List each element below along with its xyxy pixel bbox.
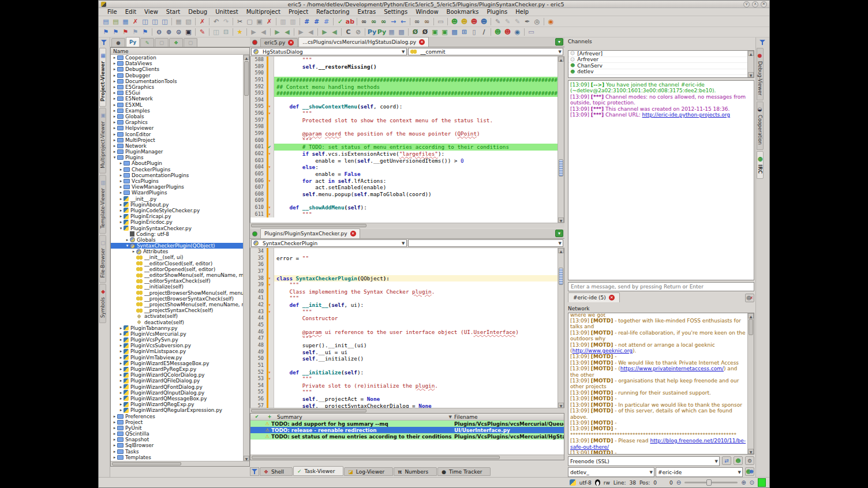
right-dock-tab[interactable]: ● Debug-Viewer (757, 48, 764, 100)
fold-margin[interactable]: ▾ (265, 164, 274, 171)
expand-arrow-icon[interactable]: ▸ (112, 126, 117, 130)
project-resources-tab[interactable]: ❖ (169, 38, 183, 47)
tab-close-icon[interactable]: ✕ (350, 231, 356, 237)
menu-item[interactable]: Unittest (211, 9, 242, 15)
method-combo[interactable]: __commit ▼ (408, 48, 564, 55)
tree-item[interactable]: ▸ Snapshot (111, 437, 243, 442)
code-line[interactable]: 57 self.__projectSyntaxCheckerDialog = N… (250, 403, 558, 408)
menu-item[interactable]: Multiproject (242, 9, 285, 15)
code-line[interactable]: 44 Constructor (250, 315, 558, 322)
snapshot-area-icon[interactable]: ✎ (503, 17, 512, 26)
spelling-icon[interactable]: ✓ (335, 17, 345, 26)
line-number[interactable]: 37 (250, 268, 265, 275)
tree-item[interactable]: ▸ Globals (111, 114, 243, 119)
tree-vscrollbar[interactable]: ▲ ▼ (243, 55, 249, 461)
expand-arrow-icon[interactable]: ▸ (112, 144, 117, 148)
coverage-icon[interactable]: ▩ (396, 28, 406, 37)
expand-arrow-icon[interactable]: ▸ (112, 91, 117, 95)
expand-arrow-icon[interactable]: ▸ (112, 108, 117, 113)
tree-item[interactable]: __projectBrowserSyntaxCheck(self) (111, 296, 243, 302)
new-task-icon[interactable]: ★ (235, 28, 245, 37)
line-number[interactable]: 36 (250, 261, 265, 268)
line-number[interactable]: 52 (250, 369, 265, 376)
line-number[interactable]: 34 (250, 248, 265, 255)
tree-item[interactable]: ▸ PluginWizardQFontDialog.py (111, 384, 243, 390)
package-diagram-icon[interactable]: ⊞ (459, 28, 469, 37)
expand-arrow-icon[interactable]: ▸ (118, 202, 124, 207)
line-number[interactable]: 610 (250, 204, 265, 211)
fold-margin[interactable] (265, 315, 274, 322)
line-number[interactable]: 594 (250, 97, 265, 104)
tree-item[interactable]: ▸ PluginCodeStyleChecker.py (111, 208, 243, 213)
line-number[interactable]: 596 (250, 110, 265, 117)
connect-button[interactable]: ⇄ (722, 456, 731, 465)
bookmark-toggle-icon[interactable]: ⚑ (101, 28, 111, 37)
zoom-slider[interactable] (684, 482, 738, 483)
expand-arrow-icon[interactable]: ▸ (118, 161, 124, 166)
fold-margin[interactable] (265, 84, 274, 91)
zoom-slider-thumb[interactable] (706, 479, 712, 486)
fold-margin[interactable] (265, 248, 274, 255)
fold-margin[interactable] (265, 123, 274, 130)
task-next-icon[interactable]: ◀ (259, 28, 268, 37)
checkbox-icon[interactable]: ▣ (430, 28, 440, 37)
expand-arrow-icon[interactable]: ▸ (118, 220, 124, 224)
tree-item[interactable]: ▸ E5Gui (111, 90, 243, 96)
pretty-print2-icon[interactable]: Ø (420, 28, 430, 37)
tree-item[interactable]: ▸ PluginVcsMercurial.py (111, 331, 243, 337)
tree-item[interactable]: ▸ E5XML (111, 102, 243, 108)
bottom-editor-vscrollbar[interactable]: ▲ ▼ (558, 248, 564, 408)
tree-item[interactable]: __projectBrowserShowMenu(self, menuN (111, 290, 243, 296)
line-number[interactable]: 600 (250, 137, 265, 144)
fold-margin[interactable] (265, 63, 274, 70)
fold-margin[interactable] (265, 197, 274, 204)
line-number[interactable]: 605 (250, 171, 265, 178)
tree-item[interactable]: ▾ Plugins (111, 155, 243, 160)
search-next-icon[interactable]: ∞ (369, 17, 379, 26)
tree-item[interactable]: ▸ Project (111, 419, 243, 425)
goto-next-icon[interactable]: → (388, 17, 398, 26)
tree-item[interactable]: ▸ QScintilla (111, 431, 243, 437)
fold-margin[interactable] (265, 288, 274, 295)
user-list-item[interactable]: ☺ [Arfrever] (568, 51, 754, 57)
user-list-item[interactable]: ☻ ChanServ (568, 63, 754, 69)
tree-item[interactable]: ▸ DocumentationPlugins (111, 172, 243, 178)
project-props-tab[interactable]: ● (111, 38, 125, 47)
code-line[interactable]: 594 (250, 97, 558, 104)
line-number[interactable]: 599 (250, 130, 265, 137)
tree-item[interactable]: ▸ PluginWizardE5MessageBox.py (111, 361, 243, 366)
python3-icon[interactable]: Py (377, 28, 387, 37)
code-line[interactable]: 41 """ (250, 295, 558, 302)
line-number[interactable]: 42 (250, 302, 265, 309)
expand-arrow-icon[interactable]: ▾ (118, 226, 124, 231)
users-vscrollbar[interactable]: ▲ ▼ (747, 51, 754, 77)
line-number[interactable]: 54 (250, 382, 265, 389)
left-dock-tab[interactable]: Multiproject-Viewer ▣ (99, 108, 106, 174)
code-line[interactable]: 52 ▾ def __initialize(self): (250, 369, 558, 376)
fold-margin[interactable] (265, 349, 274, 356)
nick-select[interactable]: detlev_ ▼ (568, 467, 654, 477)
snapshot-full-icon[interactable]: ✎ (512, 17, 522, 26)
line-number[interactable]: 597 (250, 117, 265, 124)
code-line[interactable]: 36 (250, 261, 558, 268)
expand-arrow-icon[interactable]: ▸ (118, 361, 124, 366)
fold-margin[interactable]: ▾ (265, 211, 274, 218)
tree-item[interactable]: ▸ __init__.py (111, 196, 243, 202)
expand-arrow-icon[interactable]: ▸ (112, 437, 117, 442)
fold-margin[interactable] (265, 396, 274, 403)
project-forms-tab[interactable]: ✎ (140, 38, 154, 47)
fold-margin[interactable] (265, 130, 274, 137)
line-number[interactable]: 53 (250, 376, 265, 382)
expand-arrow-icon[interactable]: ▸ (118, 179, 124, 183)
editor-tab[interactable]: ...csPlugins/vcsMercurial/HgStatusDialog… (298, 37, 429, 47)
tree-item[interactable]: ▸ PluginAbout.py (111, 202, 243, 208)
tree-item[interactable]: ▸ PluginVmListspace.py (111, 348, 243, 354)
vcs-diff-icon[interactable]: ☻ (503, 28, 512, 37)
menu-item[interactable]: Edit (121, 9, 140, 15)
channel-tab[interactable]: #eric-ide (5) ✕ (568, 292, 620, 302)
fold-margin[interactable] (265, 403, 274, 408)
menu-item[interactable]: Extras (354, 9, 380, 15)
expand-arrow-icon[interactable]: ▸ (112, 120, 117, 125)
tree-item[interactable]: ▸ Graphics (111, 119, 243, 125)
snapshot-pencil-icon[interactable]: ✎ (493, 17, 503, 26)
